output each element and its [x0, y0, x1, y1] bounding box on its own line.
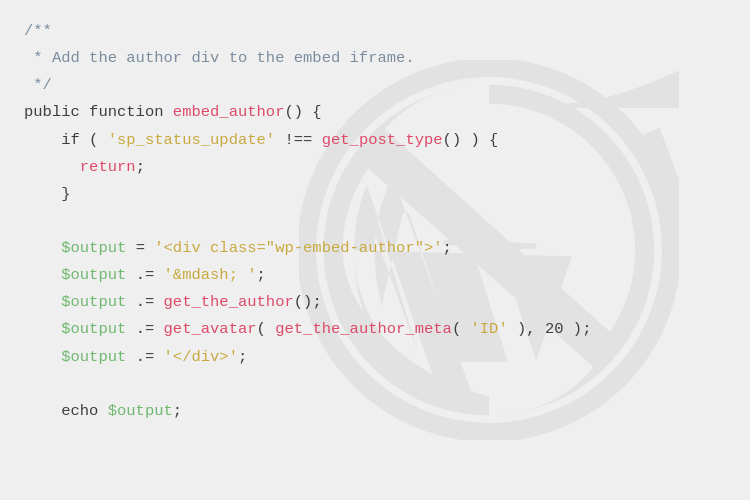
code-block: /** * Add the author div to the embed if… — [0, 0, 750, 443]
code-line: $output .= get_avatar( get_the_author_me… — [24, 316, 726, 343]
code-lines: /** * Add the author div to the embed if… — [24, 18, 726, 425]
code-line — [24, 371, 726, 398]
code-line: $output .= get_the_author(); — [24, 289, 726, 316]
code-line: $output = '<div class="wp-embed-author">… — [24, 235, 726, 262]
code-line: echo $output; — [24, 398, 726, 425]
code-line: /** — [24, 18, 726, 45]
code-line: } — [24, 181, 726, 208]
code-line: return; — [24, 154, 726, 181]
code-line: if ( 'sp_status_update' !== get_post_typ… — [24, 127, 726, 154]
code-line: $output .= '</div>'; — [24, 344, 726, 371]
code-line: */ — [24, 72, 726, 99]
code-line — [24, 208, 726, 235]
code-line: public function embed_author() { — [24, 99, 726, 126]
code-line: * Add the author div to the embed iframe… — [24, 45, 726, 72]
code-line: $output .= '&mdash; '; — [24, 262, 726, 289]
